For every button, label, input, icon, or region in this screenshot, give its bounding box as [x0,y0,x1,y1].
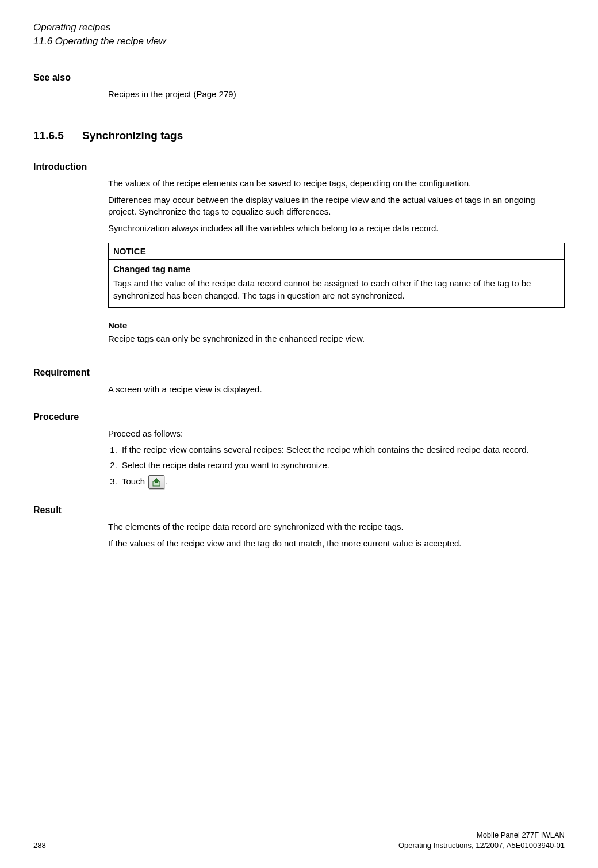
footer-page-number: 288 [33,840,46,851]
document-page: Operating recipes 11.6 Operating the rec… [0,0,598,868]
heading-see-also: See also [33,71,565,84]
footer-docinfo: Operating Instructions, 12/2007, A5E0100… [398,840,565,851]
section-heading: 11.6.5Synchronizing tags [33,128,565,143]
footer-product: Mobile Panel 277F IWLAN [398,830,565,840]
intro-paragraph: Differences may occur between the displa… [108,194,565,218]
procedure-intro: Proceed as follows: [108,428,565,440]
procedure-step: If the recipe view contains several reci… [120,444,565,456]
procedure-list: If the recipe view contains several reci… [108,444,565,488]
result-paragraph: If the values of the recipe view and the… [108,538,565,550]
running-header-section: 11.6 Operating the recipe view [33,35,565,48]
heading-procedure: Procedure [33,411,565,423]
requirement-text: A screen with a recipe view is displayed… [108,384,565,396]
see-also-link[interactable]: Recipes in the project (Page 279) [108,89,565,101]
notice-body-text: Tags and the value of the recipe data re… [113,278,531,300]
result-paragraph: The elements of the recipe data record a… [108,521,565,533]
heading-requirement: Requirement [33,366,565,379]
synchronize-icon[interactable] [148,475,164,489]
notice-subheading: Changed tag name [113,263,559,276]
page-footer: 288 Mobile Panel 277F IWLAN Operating In… [33,830,565,851]
note-label: Note [108,320,565,332]
note-body-text: Recipe tags can only be synchronized in … [108,333,565,345]
section-title: Synchronizing tags [82,129,183,142]
heading-result: Result [33,504,565,517]
note-block: Note Recipe tags can only be synchronize… [108,316,565,349]
procedure-step: Select the recipe data record you want t… [120,460,565,472]
notice-box: NOTICE Changed tag name Tags and the val… [108,243,565,308]
section-number: 11.6.5 [33,128,82,143]
running-header-chapter: Operating recipes [33,21,565,34]
intro-paragraph: Synchronization always includes all the … [108,223,565,235]
notice-label: NOTICE [109,243,564,261]
procedure-step: Touch . [120,475,565,489]
heading-introduction: Introduction [33,160,565,173]
procedure-step-prefix: Touch [122,476,147,486]
intro-paragraph: The values of the recipe elements can be… [108,178,565,190]
procedure-step-suffix: . [166,476,168,486]
